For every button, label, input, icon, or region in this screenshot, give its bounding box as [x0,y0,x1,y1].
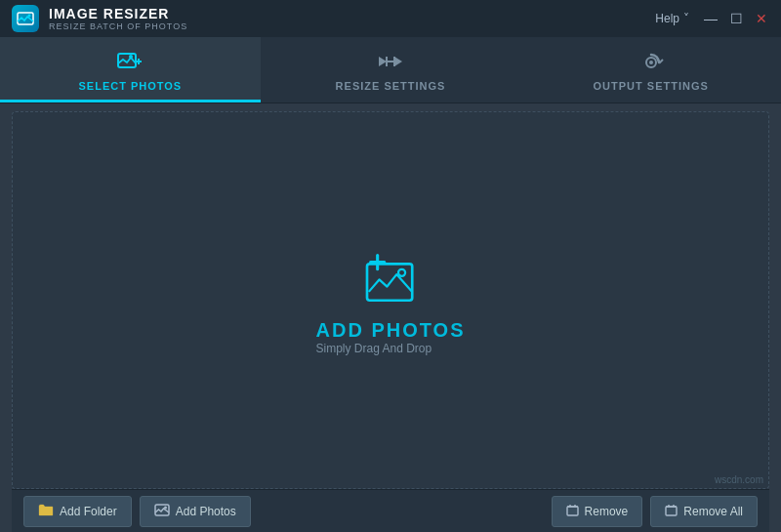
photo-icon [154,504,170,519]
svg-rect-19 [567,507,578,515]
title-bar-right: Help ˅ — ☐ ✕ [655,11,769,26]
add-photos-btn-label: Add Photos [176,505,236,518]
minimize-button[interactable]: — [703,11,719,26]
svg-point-18 [164,506,167,509]
app-logo [12,5,39,32]
tab-select-photos[interactable]: SELECT PHOTOS [0,37,261,102]
maximize-button[interactable]: ☐ [728,11,744,26]
title-bar-left: IMAGE RESIZER RESIZE BATCH OF PHOTOS [12,5,187,32]
add-photos-button[interactable]: Add Photos [140,496,251,527]
window-controls: — ☐ ✕ [703,11,769,26]
drop-area[interactable]: ADD PHOTOS Simply Drag And Drop [12,111,769,489]
remove-all-button[interactable]: Remove All [650,496,758,527]
svg-point-16 [398,269,405,276]
tab-resize-settings-label: RESIZE SETTINGS [336,80,446,92]
add-photos-icon-wrapper [316,245,466,313]
folder-icon [38,504,54,519]
remove-label: Remove [585,505,629,518]
bottom-toolbar: Add Folder Add Photos [12,489,769,532]
tab-select-photos-label: SELECT PHOTOS [78,80,182,92]
remove-icon [566,504,579,519]
svg-marker-9 [394,57,402,66]
tab-output-settings-label: OUTPUT SETTINGS [594,80,709,92]
drag-drop-label: Simply Drag And Drop [316,342,466,355]
add-photos-label: ADD PHOTOS [316,319,466,342]
svg-point-1 [28,15,31,18]
select-photos-icon [117,51,143,76]
close-button[interactable]: ✕ [754,11,769,26]
help-button[interactable]: Help ˅ [655,12,689,25]
help-chevron: ˅ [683,12,689,25]
tab-bar: SELECT PHOTOS RESIZE SETTINGS OUTPUT SET… [0,37,781,103]
remove-all-icon [665,504,678,519]
title-bar: IMAGE RESIZER RESIZE BATCH OF PHOTOS Hel… [0,0,781,37]
remove-button[interactable]: Remove [552,496,643,527]
help-label: Help [655,12,679,25]
output-settings-icon [638,51,664,76]
bottom-toolbar-left: Add Folder Add Photos [23,496,251,527]
app-subtitle: RESIZE BATCH OF PHOTOS [49,21,187,31]
svg-point-12 [649,61,653,64]
svg-marker-6 [379,57,387,66]
app-title: IMAGE RESIZER [49,6,187,21]
tab-resize-settings[interactable]: RESIZE SETTINGS [261,37,521,102]
remove-all-label: Remove All [683,505,743,518]
tab-output-settings[interactable]: OUTPUT SETTINGS [520,37,781,102]
svg-rect-23 [666,507,677,515]
add-folder-button[interactable]: Add Folder [23,496,132,527]
drop-zone: ADD PHOTOS Simply Drag And Drop [316,245,466,355]
add-folder-label: Add Folder [60,505,117,518]
bottom-toolbar-right: Remove Remove All [552,496,758,527]
content-wrapper: ADD PHOTOS Simply Drag And Drop Add Fold… [0,103,781,532]
app-title-block: IMAGE RESIZER RESIZE BATCH OF PHOTOS [49,6,187,31]
resize-settings-icon [378,51,403,76]
add-photos-icon [351,245,430,313]
svg-point-3 [129,55,133,59]
